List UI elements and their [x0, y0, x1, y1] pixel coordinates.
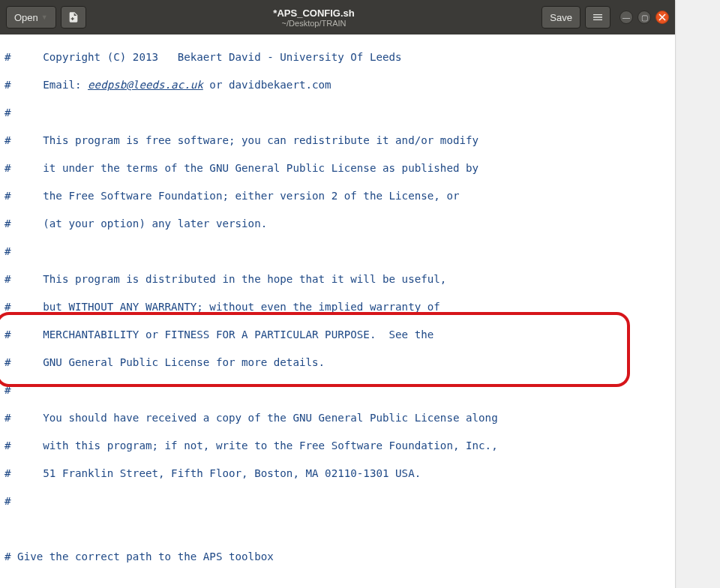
close-icon [658, 14, 666, 21]
code-line: # with this program; if not, write to th… [4, 439, 670, 453]
new-document-icon [68, 11, 80, 23]
code-line: # You should have received a copy of the… [4, 411, 670, 425]
chevron-down-icon: ▼ [41, 14, 48, 21]
code-line: # Email: eedpsb@leeds.ac.uk or davidbeka… [4, 78, 670, 92]
code-line: # [4, 106, 670, 120]
code-line: # GNU General Public License for more de… [4, 356, 670, 370]
code-line: # 51 Franklin Street, Fifth Floor, Bosto… [4, 466, 670, 481]
code-line: # (at your option) any later version. [4, 217, 670, 231]
title-center: *APS_CONFIG.sh ~/Desktop/TRAIN [91, 8, 538, 28]
code-line: # Give the correct path to the APS toolb… [4, 550, 670, 564]
code-line [4, 578, 670, 589]
file-path: ~/Desktop/TRAIN [91, 19, 538, 28]
open-button[interactable]: Open ▼ [6, 6, 56, 28]
hamburger-menu-button[interactable] [585, 6, 610, 28]
red-annotation-box [0, 312, 630, 387]
editor-window: Open ▼ *APS_CONFIG.sh ~/Desktop/TRAIN Sa… [0, 0, 675, 588]
code-editor[interactable]: # Copyright (C) 2013 Bekaert David - Uni… [0, 34, 675, 588]
save-button[interactable]: Save [542, 6, 580, 28]
code-line: # This program is distributed in the hop… [4, 272, 670, 286]
open-label: Open [14, 12, 38, 23]
save-label: Save [550, 12, 572, 23]
code-line: # [4, 244, 670, 259]
code-line: # [4, 494, 670, 508]
file-name: *APS_CONFIG.sh [91, 8, 538, 19]
code-line [4, 522, 670, 536]
code-line: # This program is free software; you can… [4, 134, 670, 148]
new-tab-button[interactable] [61, 6, 86, 28]
code-line: # Copyright (C) 2013 Bekaert David - Uni… [4, 50, 670, 64]
code-line: # the Free Software Foundation; either v… [4, 189, 670, 203]
hamburger-icon [592, 11, 604, 23]
window-controls: — ▢ [620, 10, 669, 24]
titlebar: Open ▼ *APS_CONFIG.sh ~/Desktop/TRAIN Sa… [0, 0, 675, 34]
close-button[interactable] [656, 10, 669, 24]
code-line: # [4, 383, 670, 398]
maximize-button[interactable]: ▢ [638, 10, 651, 24]
code-line: # but WITHOUT ANY WARRANTY; without even… [4, 300, 670, 314]
code-line: # MERCHANTABILITY or FITNESS FOR A PARTI… [4, 328, 670, 342]
minimize-button[interactable]: — [620, 10, 633, 24]
email-link[interactable]: eedpsb@leeds.ac.uk [88, 79, 203, 91]
code-line: # it under the terms of the GNU General … [4, 161, 670, 176]
